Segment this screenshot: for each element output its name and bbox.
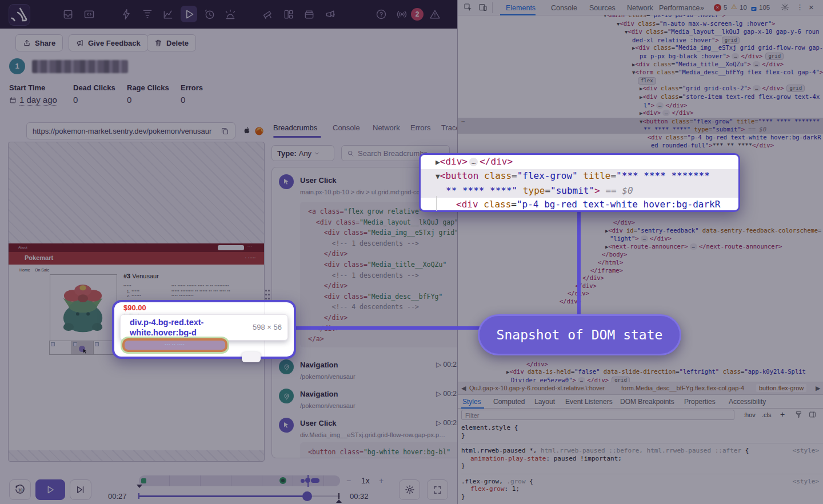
annotation-connector-horizontal [296, 326, 480, 330]
element-tooltip: div.p-4.bg-red.text-white.hover:bg-d ark… [120, 314, 288, 341]
code-token: title [578, 170, 611, 181]
annotation-label: Snapshot of DOM state [478, 314, 681, 355]
code-token: type [517, 185, 545, 196]
code-token: </div> [480, 156, 513, 167]
code-token: class [478, 199, 512, 210]
dim-overlay [0, 0, 823, 504]
tooltip-selector-line1: div.p-4.bg-red.text-white.hover:bg-d [130, 318, 203, 337]
code-token: ** **** ****" [446, 185, 517, 196]
code-token: <button [440, 170, 478, 181]
code-token: == $0 [600, 185, 633, 196]
code-token: ▼ [436, 172, 440, 181]
code-token: <div [456, 199, 478, 210]
code-token: ▶ [436, 158, 440, 166]
code-token: <div> [440, 156, 468, 167]
code-token: class [478, 170, 512, 181]
popup-dom-line: ** **** ****" type="submit"> == $0 [421, 184, 738, 198]
popup-indent-guide [436, 196, 437, 211]
tooltip-dimensions: 598 × 56 [253, 323, 282, 331]
popup-dom-line: ▼<button class="flex-grow" title="*** **… [421, 169, 738, 183]
code-token: = [545, 185, 550, 196]
code-token: "flex-grow" [517, 170, 578, 181]
code-token: = [511, 199, 517, 210]
code-token: = [610, 170, 616, 181]
popup-dom-line: <div class="p-4 bg-red text-white hover:… [421, 198, 738, 211]
screenshot-root: 2 Share Give Feedback Delete 1 Start Tim… [0, 0, 823, 504]
dom-snippet-popup: ▶<div>…</div>▼<button class="flex-grow" … [419, 153, 740, 212]
code-token: = [512, 170, 517, 181]
inspect-callout: $90.00 In Stock div.p-4.bg-red.text-whit… [112, 300, 296, 359]
code-token: "*** **** ******* [616, 170, 710, 181]
code-token: "submit" [550, 185, 594, 196]
ellipsis-badge: … [469, 158, 478, 166]
small-white-chip [242, 352, 261, 362]
highlighted-element[interactable]: *** ** **** [122, 338, 227, 352]
annotation-connector-vertical [577, 212, 581, 316]
code-token: > [594, 185, 600, 196]
popup-dom-line: ▶<div>…</div> [421, 155, 738, 169]
product-price: $90.00 [123, 303, 146, 312]
code-token: "p-4 bg-red text-white hover:bg-darkR [517, 199, 720, 210]
